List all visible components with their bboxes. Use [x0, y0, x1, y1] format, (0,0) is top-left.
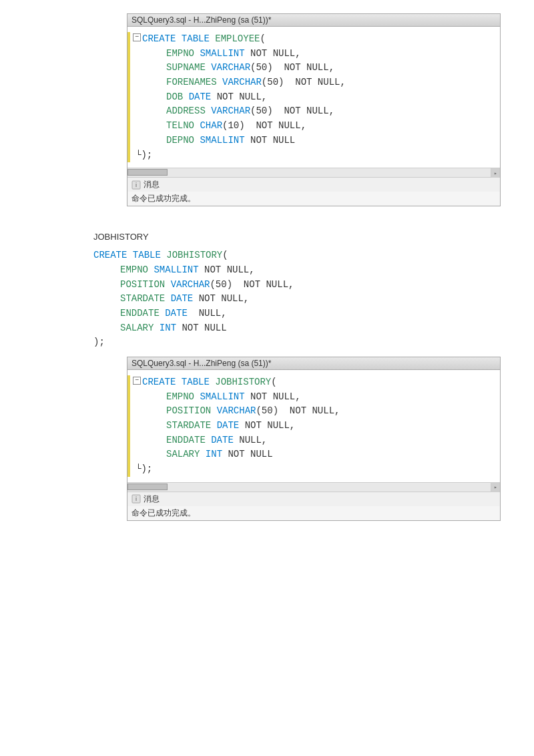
scrollbar-right-2[interactable]: ▸	[491, 483, 500, 492]
scrollbar-right-1[interactable]: ▸	[491, 168, 500, 178]
code-line-telno: TELNO CHAR(10) NOT NULL,	[127, 119, 495, 134]
window-titlebar-2: SQLQuery3.sql - H...ZhiPeng (sa (51))*	[127, 357, 500, 370]
code-line-forenames: FORENAMES VARCHAR(50) NOT NULL,	[127, 75, 495, 90]
scrollbar-2[interactable]: ▸	[127, 482, 500, 492]
window-body-2: − CREATE TABLE JOBHISTORY( EMPNO SMALLIN…	[127, 370, 500, 482]
yellow-bar-1f	[127, 104, 130, 119]
window-title-1: SQLQuery3.sql - H...ZhiPeng (sa (51))*	[131, 15, 271, 25]
outside-line-0: CREATE TABLE JOBHISTORY(	[93, 248, 521, 263]
message-tab-label-2[interactable]: 消息	[144, 494, 160, 505]
scrollbar-thumb-2[interactable]	[127, 484, 168, 490]
section-label-jobhistory: JOBHISTORY	[13, 232, 521, 242]
yellow-bar-2g	[127, 462, 130, 477]
message-icon-2: i	[131, 494, 141, 504]
outside-line-2: POSITION VARCHAR(50) NOT NULL,	[93, 278, 521, 293]
yellow-bar-1h	[127, 134, 130, 148]
code-line-jh-stardate: STARDATE DATE NOT NULL,	[127, 419, 495, 433]
code-area-2: − CREATE TABLE JOBHISTORY( EMPNO SMALLIN…	[127, 373, 500, 480]
message-tab-label-1[interactable]: 消息	[144, 179, 160, 190]
outside-line-3: STARDATE DATE NOT NULL,	[93, 292, 521, 307]
yellow-bar-1e	[127, 90, 130, 105]
message-text-1: 命令已成功完成。	[127, 192, 500, 206]
code-line-create-employee: − CREATE TABLE EMPLOYEE(	[127, 32, 495, 47]
code-line-jh-enddate: ENDDATE DATE NULL,	[127, 433, 495, 448]
svg-text:i: i	[136, 182, 137, 188]
code-line-create-jobhistory: − CREATE TABLE JOBHISTORY(	[127, 375, 495, 390]
code-line-supname: SUPNAME VARCHAR(50) NOT NULL,	[127, 61, 495, 75]
outside-line-6: );	[93, 335, 521, 350]
kw-table-2: TABLE	[182, 377, 210, 387]
tbl-employee: EMPLOYEE	[215, 33, 260, 44]
code-line-dob: DOB DATE NOT NULL,	[127, 90, 495, 105]
sql-window-employee: SQLQuery3.sql - H...ZhiPeng (sa (51))* −…	[127, 13, 501, 206]
code-line-close-jobhistory: └);	[127, 462, 495, 477]
yellow-bar-1c	[127, 61, 130, 75]
message-icon-1: i	[131, 180, 141, 190]
outside-line-1: EMPNO SMALLINT NOT NULL,	[93, 263, 521, 278]
yellow-bar-2e	[127, 433, 130, 448]
code-line-depno: DEPNO SMALLINT NOT NULL	[127, 134, 495, 148]
svg-text:i: i	[136, 496, 137, 502]
code-line-address: ADDRESS VARCHAR(50) NOT NULL,	[127, 104, 495, 119]
kw-create-2: CREATE	[142, 377, 176, 387]
code-line-jh-salary: SALARY INT NOT NULL	[127, 447, 495, 462]
yellow-bar-2f	[127, 447, 130, 462]
outside-line-4: ENDDATE DATE NULL,	[93, 307, 521, 321]
outside-code-jobhistory: CREATE TABLE JOBHISTORY( EMPNO SMALLINT …	[13, 248, 521, 350]
kw-table-1: TABLE	[182, 33, 210, 44]
code-line-jh-position: POSITION VARCHAR(50) NOT NULL,	[127, 404, 495, 419]
sql-window-jobhistory: SQLQuery3.sql - H...ZhiPeng (sa (51))* −…	[127, 357, 501, 521]
yellow-bar-1g	[127, 119, 130, 134]
window-titlebar-1: SQLQuery3.sql - H...ZhiPeng (sa (51))*	[127, 14, 500, 27]
message-bar-2: i 消息	[127, 492, 500, 506]
window-body-1: − CREATE TABLE EMPLOYEE( EMPNO SMALLINT …	[127, 27, 500, 168]
yellow-bar-2c	[127, 404, 130, 419]
scrollbar-1[interactable]: ▸	[127, 168, 500, 177]
yellow-bar-1	[127, 32, 130, 47]
yellow-bar-1i	[127, 148, 130, 163]
message-bar-1: i 消息	[127, 177, 500, 192]
collapse-button-2[interactable]: −	[133, 377, 141, 385]
code-area-1: − CREATE TABLE EMPLOYEE( EMPNO SMALLINT …	[127, 29, 500, 165]
message-text-2: 命令已成功完成。	[127, 506, 500, 520]
code-line-jh-empno: EMPNO SMALLINT NOT NULL,	[127, 390, 495, 405]
yellow-bar-2	[127, 375, 130, 390]
outside-line-5: SALARY INT NOT NULL	[93, 321, 521, 336]
collapse-button-1[interactable]: −	[133, 33, 141, 41]
yellow-bar-1d	[127, 75, 130, 90]
yellow-bar-1b	[127, 47, 130, 61]
code-line-close-employee: └);	[127, 148, 495, 163]
yellow-bar-2b	[127, 390, 130, 405]
window-title-2: SQLQuery3.sql - H...ZhiPeng (sa (51))*	[131, 359, 271, 368]
scrollbar-thumb-1[interactable]	[127, 169, 168, 176]
yellow-bar-2d	[127, 419, 130, 433]
tbl-jobhistory: JOBHISTORY	[215, 377, 271, 387]
kw-create-1: CREATE	[142, 33, 176, 44]
code-line-empno: EMPNO SMALLINT NOT NULL,	[127, 47, 495, 61]
